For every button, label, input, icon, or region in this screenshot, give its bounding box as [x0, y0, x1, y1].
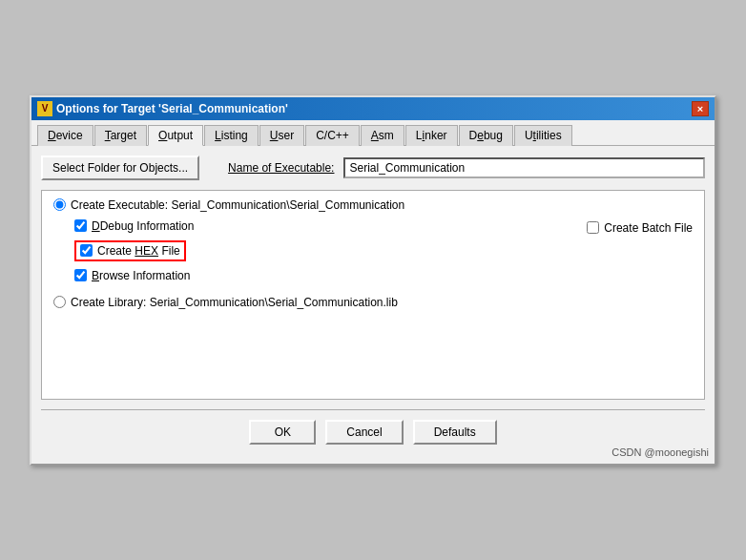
browse-info-text: Browse Information	[92, 269, 190, 282]
tab-user[interactable]: User	[259, 125, 304, 146]
title-bar: V Options for Target 'Serial_Communicati…	[31, 97, 715, 120]
browse-info-label[interactable]: Browse Information	[74, 269, 190, 282]
cancel-button[interactable]: Cancel	[325, 420, 403, 445]
create-executable-label[interactable]: Create Executable: Serial_Communication\…	[53, 198, 404, 212]
debug-info-checkbox[interactable]	[74, 219, 87, 232]
tab-asm[interactable]: Asm	[361, 125, 404, 146]
create-batch-checkbox[interactable]	[587, 221, 599, 234]
tab-content: Select Folder for Objects... Name of Exe…	[31, 146, 715, 464]
create-executable-text: Create Executable: Serial_Communication\…	[71, 198, 404, 212]
tab-listing[interactable]: Listing	[204, 125, 259, 146]
close-button[interactable]: ×	[692, 101, 709, 116]
tab-target[interactable]: Target	[94, 125, 147, 146]
debug-info-text: DDebug Information	[92, 219, 194, 233]
create-hex-row: Create HEX File	[74, 240, 693, 261]
browse-info-row: Browse Information	[74, 269, 693, 282]
top-row: Select Folder for Objects... Name of Exe…	[41, 156, 705, 180]
create-hex-text: Create HEX File	[97, 244, 180, 258]
create-library-label[interactable]: Create Library: Serial_Communication\Ser…	[53, 296, 398, 309]
defaults-button[interactable]: Defaults	[413, 420, 497, 445]
create-hex-label[interactable]: Create HEX File	[74, 240, 186, 261]
create-library-text: Create Library: Serial_Communication\Ser…	[71, 296, 398, 309]
executable-input[interactable]	[343, 157, 705, 178]
create-hex-checkbox[interactable]	[80, 244, 93, 257]
tab-utilities[interactable]: Utilities	[514, 125, 572, 146]
options-dialog: V Options for Target 'Serial_Communicati…	[30, 95, 716, 466]
create-library-row: Create Library: Serial_Communication\Ser…	[53, 296, 693, 309]
tab-bar: Device Target Output Listing User C/C++ …	[31, 120, 715, 146]
watermark: CSDN @moonegishi	[611, 446, 709, 458]
executable-label: Name of Executable:	[228, 161, 334, 175]
tab-output[interactable]: Output	[148, 125, 203, 146]
app-icon: V	[37, 101, 52, 116]
create-batch-label: Create Batch File	[604, 221, 693, 235]
debug-info-label[interactable]: DDebug Information	[74, 219, 194, 233]
bottom-bar: OK Cancel Defaults	[41, 409, 705, 454]
window-title: Options for Target 'Serial_Communication…	[56, 102, 288, 115]
tab-debug[interactable]: Debug	[459, 125, 513, 146]
options-group: Create Executable: Serial_Communication\…	[41, 190, 705, 400]
create-batch-row: Create Batch File	[587, 221, 693, 235]
tab-linker[interactable]: Linker	[405, 125, 458, 146]
create-executable-row: Create Executable: Serial_Communication\…	[53, 198, 693, 212]
tab-device[interactable]: Device	[37, 125, 93, 146]
browse-info-checkbox[interactable]	[74, 269, 87, 281]
select-folder-button[interactable]: Select Folder for Objects...	[41, 156, 199, 180]
tab-cpp[interactable]: C/C++	[305, 125, 360, 146]
create-executable-radio[interactable]	[53, 198, 66, 211]
create-library-radio[interactable]	[53, 296, 66, 308]
title-bar-left: V Options for Target 'Serial_Communicati…	[37, 101, 288, 116]
ok-button[interactable]: OK	[249, 420, 316, 445]
